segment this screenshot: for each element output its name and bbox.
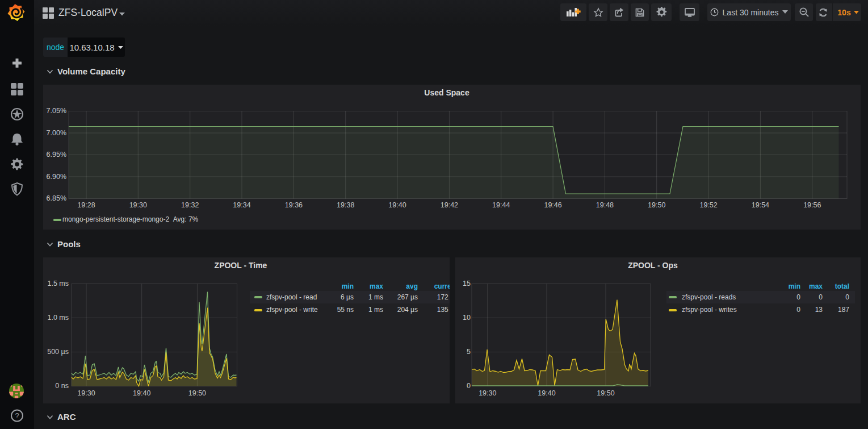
svg-text:?: ? <box>15 411 19 420</box>
